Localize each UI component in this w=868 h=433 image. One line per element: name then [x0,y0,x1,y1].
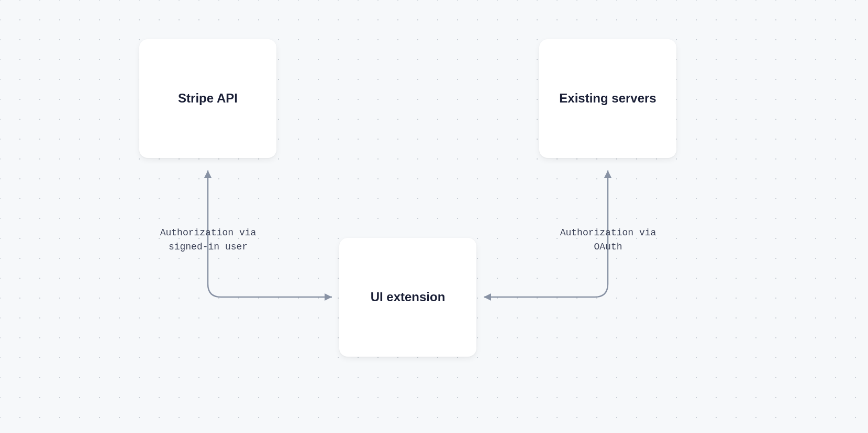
svg-marker-1 [204,170,212,178]
svg-marker-2 [484,293,491,301]
edge-label-left: Authorization via signed-in user [149,226,267,254]
edge-label-right: Authorization via OAuth [549,226,667,254]
node-existing-servers-label: Existing servers [559,90,656,107]
node-ui-extension: UI extension [339,238,476,357]
svg-marker-3 [604,170,611,178]
svg-marker-0 [325,293,332,301]
node-ui-extension-label: UI extension [371,289,446,305]
connector-right [0,0,868,433]
node-stripe-api-label: Stripe API [178,90,238,107]
node-existing-servers: Existing servers [539,39,676,158]
connector-left [0,0,868,433]
node-stripe-api: Stripe API [139,39,276,158]
